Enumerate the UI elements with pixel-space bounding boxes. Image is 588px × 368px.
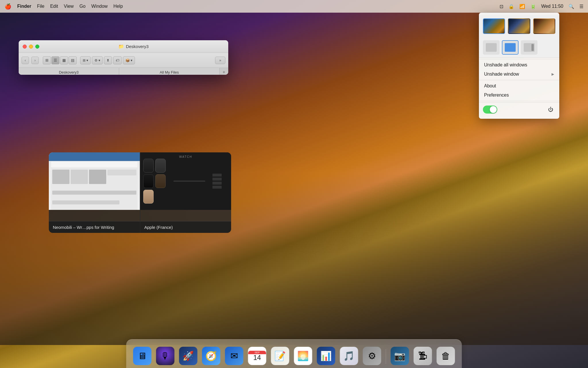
icon-view-button[interactable]: ⊞ [43, 56, 51, 64]
menubar-finder[interactable]: Finder [17, 4, 31, 9]
finder-toolbar: ‹ › ⊞ ☰ ▦ ▤ ⊞▾ ⚙▾ ⬆ 🏷 📦▾ » [19, 53, 228, 68]
dock-image-capture[interactable]: 📷 [390, 346, 410, 366]
list-view-button[interactable]: ☰ [51, 56, 59, 64]
mail-icon: ✉ [225, 347, 243, 365]
dock-itunes[interactable]: 🎵 [339, 346, 359, 366]
power-icon: ⏻ [548, 107, 553, 113]
grid-cell-3 [512, 43, 516, 47]
dock-keynote[interactable]: 📊 [316, 346, 336, 366]
action-button[interactable]: ⚙▾ [92, 56, 103, 64]
grid-cell-4 [505, 48, 508, 52]
dock-compressor[interactable]: 🗜 [413, 346, 433, 366]
layout-grid[interactable] [502, 40, 519, 55]
menu-separator-2 [479, 80, 559, 80]
folder-icon: 📁 [118, 44, 124, 49]
wifi-icon[interactable]: 📶 [519, 4, 525, 9]
apple-preview: WATCH [140, 152, 231, 210]
search-icon[interactable]: 🔍 [568, 4, 574, 9]
grid-cell-2 [508, 43, 512, 47]
menubar-clock: Wed 11:50 [541, 4, 563, 9]
dock-launchpad[interactable]: 🚀 [178, 346, 199, 366]
expose-thumb-neomobili[interactable] [49, 152, 140, 221]
toggle-knob [490, 106, 497, 113]
popup-bottom-bar: ⏻ [479, 102, 559, 116]
minimize-button[interactable] [29, 45, 33, 49]
finder-tabs: Deskovery3 All My Files + [19, 68, 228, 75]
about-label: About [484, 83, 496, 89]
menubar-go[interactable]: Go [80, 4, 86, 9]
menubar-right: ⊡ 🔒 📶 🔋 Wed 11:50 🔍 ☰ [500, 4, 583, 9]
layout-options [479, 37, 559, 58]
expose-label-apple[interactable]: Apple (France) [140, 221, 231, 233]
preferences-label: Preferences [484, 93, 509, 98]
enable-toggle[interactable] [483, 106, 497, 114]
close-button[interactable] [23, 45, 27, 49]
power-button[interactable]: ⏻ [546, 105, 555, 114]
back-button[interactable]: ‹ [22, 57, 29, 64]
apple-menu-icon[interactable]: 🍎 [5, 3, 11, 10]
unshade-window-item[interactable]: Unshade window ▶ [479, 70, 559, 79]
menubar: 🍎 Finder File Edit View Go Window Help ⊡… [0, 0, 588, 13]
dock-trash[interactable]: 🗑 [436, 346, 456, 366]
grid-cell-5 [508, 48, 512, 52]
dock-finder[interactable]: 🖥 [132, 346, 153, 366]
dock-calendar[interactable]: SEP 14 [247, 346, 268, 366]
notification-center-icon[interactable]: ☰ [579, 4, 583, 9]
cover-flow-button[interactable]: ▤ [69, 56, 77, 64]
unshade-window-label: Unshade window [484, 72, 519, 77]
layout-grid-preview [505, 43, 516, 52]
layout-side[interactable] [521, 40, 537, 55]
system-preferences-icon: ⚙ [363, 347, 381, 365]
menubar-window[interactable]: Window [91, 4, 108, 9]
neomobili-title: Neomobili – Wr…pps for Writing [53, 225, 114, 230]
expose-thumb-apple[interactable]: WATCH [140, 152, 231, 221]
dropbox-button[interactable]: 📦▾ [123, 56, 135, 64]
maximize-button[interactable] [35, 45, 39, 49]
share-button[interactable]: ⬆ [104, 56, 112, 64]
popup-menu: Unshade all windows Unshade window ▶ Abo… [479, 13, 559, 119]
finder-tab-deskovery[interactable]: Deskovery3 [19, 68, 119, 75]
unshade-all-windows-item[interactable]: Unshade all windows [479, 60, 559, 70]
finder-icon: 🖥 [133, 347, 152, 365]
finder-window-title: Deskovery3 [126, 44, 148, 49]
wallpaper-thumb-3[interactable] [533, 18, 555, 34]
dock-photos[interactable]: 🌅 [293, 346, 314, 366]
expose-labels: Neomobili – Wr…pps for Writing Apple (Fr… [49, 221, 231, 233]
apple-france-title: Apple (France) [144, 225, 173, 230]
forward-button[interactable]: › [31, 57, 39, 64]
dock: 🖥 🎙 🚀 🧭 ✉ SEP 14 📝 🌅 📊 🎵 ⚙ [126, 339, 462, 368]
layout-side-preview [524, 43, 535, 52]
finder-tab-all-my-files[interactable]: All My Files [119, 68, 220, 75]
grid-cell-6 [512, 48, 516, 52]
trash-icon: 🗑 [437, 347, 455, 365]
battery-icon[interactable]: 🔋 [530, 4, 536, 9]
menubar-file[interactable]: File [37, 4, 45, 9]
about-item[interactable]: About [479, 81, 559, 91]
dock-mail[interactable]: ✉ [224, 346, 245, 366]
menubar-help[interactable]: Help [113, 4, 123, 9]
menubar-left: 🍎 Finder File Edit View Go Window Help [5, 3, 123, 10]
lock-icon[interactable]: 🔒 [508, 4, 514, 9]
reminders-icon: 📝 [271, 347, 289, 365]
split-view-icon[interactable]: ⊡ [500, 4, 503, 9]
menubar-edit[interactable]: Edit [50, 4, 58, 9]
wallpaper-thumb-1[interactable] [483, 18, 505, 34]
compressor-icon: 🗜 [414, 347, 432, 365]
column-view-button[interactable]: ▦ [60, 56, 68, 64]
dock-system-preferences[interactable]: ⚙ [362, 346, 382, 366]
preferences-item[interactable]: Preferences [479, 91, 559, 100]
dock-safari[interactable]: 🧭 [201, 346, 222, 366]
menubar-view[interactable]: View [64, 4, 74, 9]
arrange-button[interactable]: ⊞▾ [80, 56, 91, 64]
more-button[interactable]: » [215, 57, 225, 64]
calendar-icon: SEP 14 [248, 347, 266, 365]
siri-icon: 🎙 [156, 347, 175, 365]
layout-single[interactable] [483, 40, 500, 55]
wallpaper-thumb-2[interactable] [508, 18, 530, 34]
add-tab-button[interactable]: + [220, 68, 228, 75]
neomobili-preview [49, 152, 140, 210]
expose-label-neomobili[interactable]: Neomobili – Wr…pps for Writing [49, 221, 140, 233]
dock-reminders[interactable]: 📝 [270, 346, 291, 366]
tag-button[interactable]: 🏷 [113, 56, 122, 64]
dock-siri[interactable]: 🎙 [155, 346, 176, 366]
